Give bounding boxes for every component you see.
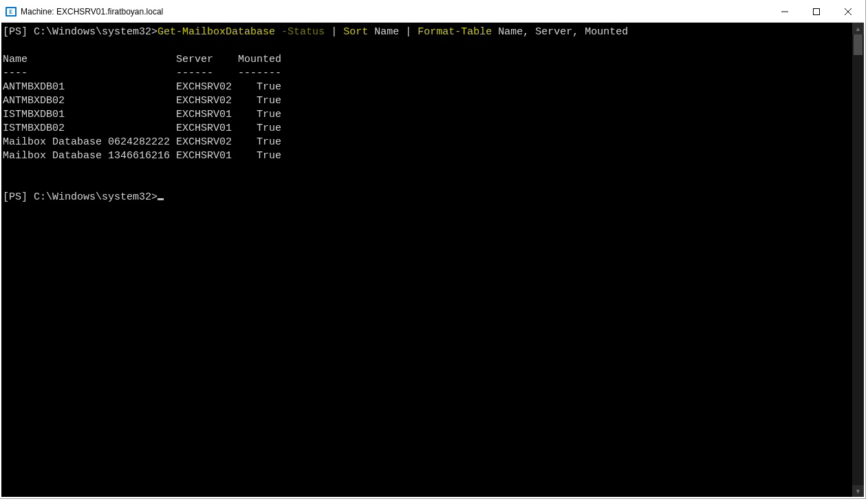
- svg-rect-4: [814, 9, 820, 15]
- close-button[interactable]: [832, 1, 864, 22]
- terminal-output[interactable]: [PS] C:\Windows\system32>Get-MailboxData…: [1, 23, 851, 497]
- minimize-button[interactable]: [769, 1, 801, 22]
- window-title: Machine: EXCHSRV01.firatboyan.local: [21, 7, 163, 17]
- scroll-track[interactable]: [852, 34, 864, 485]
- minimize-icon: [781, 8, 788, 15]
- maximize-icon: [813, 8, 820, 15]
- cursor: [158, 198, 164, 200]
- scrollbar[interactable]: ▲ ▼: [851, 23, 864, 497]
- scroll-down-icon[interactable]: ▼: [852, 485, 864, 497]
- scroll-up-icon[interactable]: ▲: [852, 23, 864, 34]
- terminal-area: [PS] C:\Windows\system32>Get-MailboxData…: [1, 23, 864, 497]
- scroll-thumb[interactable]: [854, 34, 862, 55]
- app-window: E Machine: EXCHSRV01.firatboyan.local [P…: [0, 0, 865, 498]
- titlebar[interactable]: E Machine: EXCHSRV01.firatboyan.local: [1, 1, 864, 23]
- maximize-button[interactable]: [801, 1, 832, 22]
- close-icon: [845, 8, 851, 15]
- svg-text:E: E: [9, 9, 12, 15]
- app-icon: E: [6, 6, 17, 17]
